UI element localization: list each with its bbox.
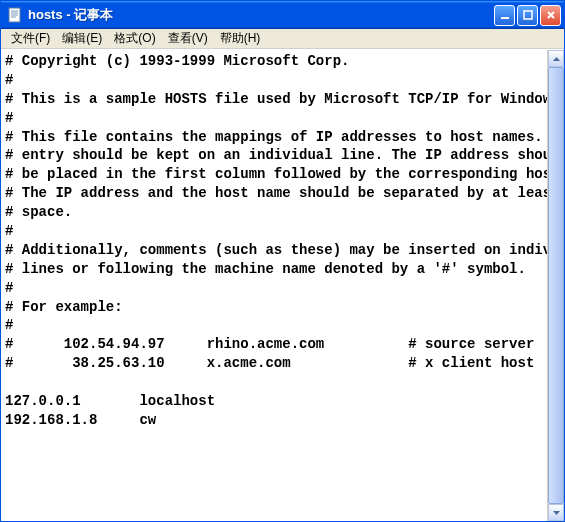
scroll-up-button[interactable] xyxy=(548,50,564,67)
menu-help[interactable]: 帮助(H) xyxy=(214,28,267,49)
content-area: # Copyright (c) 1993-1999 Microsoft Corp… xyxy=(1,49,564,521)
titlebar[interactable]: hosts - 记事本 xyxy=(1,1,564,29)
scroll-thumb[interactable] xyxy=(548,67,564,504)
svg-rect-6 xyxy=(524,11,532,19)
svg-rect-5 xyxy=(501,17,509,19)
menubar: 文件(F) 编辑(E) 格式(O) 查看(V) 帮助(H) xyxy=(1,29,564,49)
menu-file[interactable]: 文件(F) xyxy=(5,28,56,49)
notepad-window: hosts - 记事本 文件(F) 编辑(E) 格式(O) 查看(V) 帮助(H… xyxy=(0,0,565,522)
scroll-down-button[interactable] xyxy=(548,504,564,521)
menu-view[interactable]: 查看(V) xyxy=(162,28,214,49)
notepad-icon xyxy=(7,7,23,23)
scroll-track[interactable] xyxy=(548,67,564,504)
window-title: hosts - 记事本 xyxy=(28,6,494,24)
close-button[interactable] xyxy=(540,5,561,26)
text-editor[interactable]: # Copyright (c) 1993-1999 Microsoft Corp… xyxy=(1,50,547,521)
menu-edit[interactable]: 编辑(E) xyxy=(56,28,108,49)
menu-format[interactable]: 格式(O) xyxy=(108,28,161,49)
window-controls xyxy=(494,5,561,26)
vertical-scrollbar[interactable] xyxy=(547,50,564,521)
maximize-button[interactable] xyxy=(517,5,538,26)
minimize-button[interactable] xyxy=(494,5,515,26)
